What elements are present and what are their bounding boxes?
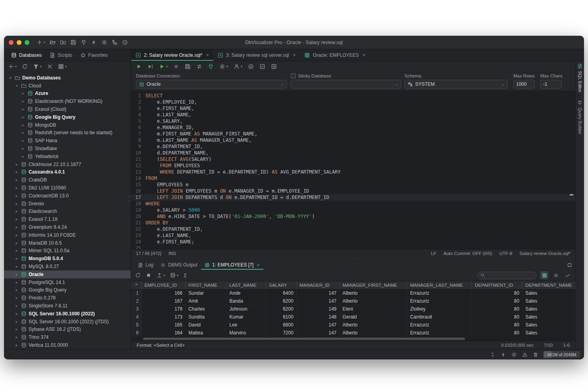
tree-item-mysql-8-0-27[interactable]: ▸MySQL 8.0.27 <box>4 263 131 270</box>
sidebar-funnel-button[interactable]: ▾ <box>33 64 42 70</box>
tree-item-exasol-cloud[interactable]: ▸Exasol (Cloud) <box>4 105 131 113</box>
grid-cell[interactable]: Sales <box>522 313 575 321</box>
code-line[interactable]: 20 AND e.HIRE_DATE > TO_DATE('01-JAN-200… <box>131 213 575 220</box>
schema-select[interactable]: SYSTEM ⌄ <box>404 80 508 89</box>
grid-cell[interactable]: 80 <box>472 289 522 297</box>
grid-cell[interactable]: 173 <box>141 313 185 321</box>
chevron-right-icon[interactable]: ▸ <box>14 327 19 331</box>
chevron-right-icon[interactable]: ▸ <box>14 320 19 324</box>
grid-column-manager-first-name[interactable]: MANAGER_FIRST_NAME <box>340 281 407 289</box>
grid-cell[interactable]: Kumar <box>226 313 266 321</box>
tree-item-sybase-ase-16-2-jtds[interactable]: ▸Sybase ASE 16.2 (jTDS) <box>4 326 131 334</box>
code-line[interactable]: 6 e.MANAGER_ID, <box>131 124 575 131</box>
grid-cell[interactable]: 6100 <box>266 313 296 321</box>
footer-collapse-button[interactable] <box>490 352 495 357</box>
grid-cell[interactable]: Zlotkey <box>407 305 472 313</box>
chevron-right-icon[interactable]: ▸ <box>14 186 19 190</box>
sticky-database-select[interactable]: ⌄ <box>291 80 401 89</box>
chevron-right-icon[interactable]: ▸ <box>21 139 25 143</box>
grid-column-manager-id[interactable]: MANAGER_ID <box>296 281 339 289</box>
plug-button[interactable] <box>81 39 87 45</box>
tree-item-cratedb[interactable]: ▸CrateDB <box>4 176 131 184</box>
sidebar-refresh-button[interactable] <box>22 64 28 70</box>
grid-cell[interactable]: 164 <box>141 329 185 337</box>
grid-cell[interactable]: 80 <box>472 297 522 305</box>
grid-cell[interactable]: 6800 <box>266 321 296 329</box>
grid-cell[interactable]: 147 <box>296 289 339 297</box>
grid-cell[interactable]: 147 <box>296 297 339 305</box>
footer-sun-button[interactable] <box>511 352 517 357</box>
grid-cell[interactable]: Sales <box>522 297 575 305</box>
chevron-right-icon[interactable]: ▸ <box>14 288 19 292</box>
scrollbar-thumb[interactable] <box>143 338 465 340</box>
editor-stop-button[interactable] <box>173 64 179 70</box>
tree-item-singlestore-7-6-11[interactable]: ▸SingleStore 7.6.11 <box>4 302 131 310</box>
tree-item-cassandra-4-0-1[interactable]: ▸Cassandra 4.0.1 <box>4 168 131 176</box>
results-splitter[interactable]: ···· <box>131 257 575 260</box>
folder-open-button[interactable] <box>50 39 56 45</box>
close-tab-icon[interactable]: × <box>206 52 209 58</box>
grid-cell[interactable]: Errazuriz <box>407 297 472 305</box>
code-line[interactable]: 18WHERE <box>131 201 575 207</box>
tree-item-sql-server-16-00-1000-2022[interactable]: ▸SQL Server 16.00.1000 (2022) <box>4 310 131 318</box>
code-line[interactable]: 14FROM <box>131 175 575 182</box>
editor-play-cursor-button[interactable] <box>147 64 153 70</box>
bolt-button[interactable] <box>91 39 97 45</box>
grid-cell[interactable]: Cambrault <box>407 313 472 321</box>
grid-cell[interactable]: Charles <box>186 305 226 313</box>
chevron-right-icon[interactable]: ▸ <box>14 265 19 268</box>
tree-item-informix-14-10-fc6de[interactable]: ▸Informix 14.10.FC6DE <box>4 231 131 239</box>
tree-item-sql-server-16-00-1000-2022-jtds[interactable]: ▸SQL Server 16.00.1000 (2022) (jTDS) <box>4 318 131 326</box>
editor-check-circle-button[interactable] <box>248 64 254 70</box>
autocommit-indicator[interactable]: Auto Commit: OFF (0/0) <box>443 251 492 256</box>
grid-column-salary[interactable]: SALARY <box>266 281 296 289</box>
tree-item-presto-0-278[interactable]: ▸Presto 0.278 <box>4 294 131 302</box>
grid-cell[interactable]: 80 <box>472 329 522 337</box>
grid-cell[interactable]: Alberto <box>340 297 407 305</box>
grid-cell[interactable]: Errazuriz <box>407 289 472 297</box>
hierarchy-button[interactable] <box>112 39 118 45</box>
minimize-window-button[interactable] <box>17 40 21 45</box>
grid-cell[interactable]: Alberto <box>340 329 407 337</box>
tree-item-trino-374[interactable]: ▸Trino 374 <box>4 333 131 341</box>
sidebar-splitter[interactable]: ⋮⋮ <box>128 194 131 203</box>
grid-row[interactable]: 6164MatteaMarvins7200147AlbertoErrazuriz… <box>131 329 575 337</box>
tree-item-snowflake[interactable]: ▸Snowflake <box>4 145 131 153</box>
chevron-right-icon[interactable]: ▸ <box>14 280 19 284</box>
close-tab-icon[interactable]: × <box>293 52 296 58</box>
grid-cell[interactable]: Errazuriz <box>407 321 472 329</box>
chevron-right-icon[interactable]: ▸ <box>14 312 19 316</box>
grid-cell[interactable]: Sales <box>522 289 575 297</box>
tree-item-greenplum-9-4-24[interactable]: ▸Greenplum 9.4.24 <box>4 223 131 231</box>
chevron-right-icon[interactable]: ▸ <box>14 202 19 206</box>
grid-cell[interactable]: Lee <box>226 321 266 329</box>
tree-item-azure[interactable]: ▸Azure <box>4 90 131 98</box>
code-line[interactable]: 24 e.FIRST_NAME; <box>131 239 575 245</box>
chevron-right-icon[interactable]: ▸ <box>14 343 19 347</box>
grid-cell[interactable]: 7200 <box>266 329 296 337</box>
chevron-right-icon[interactable]: ▸ <box>21 131 25 135</box>
grid-cell[interactable]: 166 <box>141 289 185 297</box>
close-window-button[interactable] <box>9 40 14 45</box>
grid-cell[interactable]: Sales <box>522 305 575 313</box>
chevron-right-icon[interactable]: ▸ <box>14 170 19 174</box>
grid-row[interactable]: 3179CharlesJohnson6200149EleniZlotkey80S… <box>131 305 575 313</box>
tree-item-cockroachdb-13-0[interactable]: ▸CockroachDB 13.0 <box>4 192 131 200</box>
grid-cell[interactable]: 147 <box>296 329 339 337</box>
panel-tab-favorites[interactable]: Favorites <box>76 49 112 61</box>
chevron-right-icon[interactable]: ▸ <box>21 147 25 151</box>
aggregate-sigma-button[interactable]: Σ <box>184 272 187 278</box>
grid-cell[interactable]: Ande <box>226 289 266 297</box>
view-list-button[interactable] <box>552 271 560 279</box>
tree-item-mongodb-5-0-4[interactable]: ▸MongoDB 5.0.4 <box>4 255 131 263</box>
grid-cell[interactable]: Banda <box>226 297 266 305</box>
eol-indicator[interactable]: LF <box>431 251 436 256</box>
code-line[interactable]: 5 e.SALARY, <box>131 118 575 124</box>
grid-cell[interactable]: Alberto <box>340 321 407 329</box>
chevron-right-icon[interactable]: ▸ <box>21 99 25 103</box>
chevron-right-icon[interactable]: ▸ <box>14 162 19 166</box>
chevron-right-icon[interactable]: ▸ <box>14 257 19 261</box>
editor-save-button[interactable] <box>185 64 191 70</box>
grid-cell[interactable]: Johnson <box>226 305 266 313</box>
editor-tab-oracle-employees[interactable]: Oracle: EMPLOYEES× <box>300 49 370 61</box>
